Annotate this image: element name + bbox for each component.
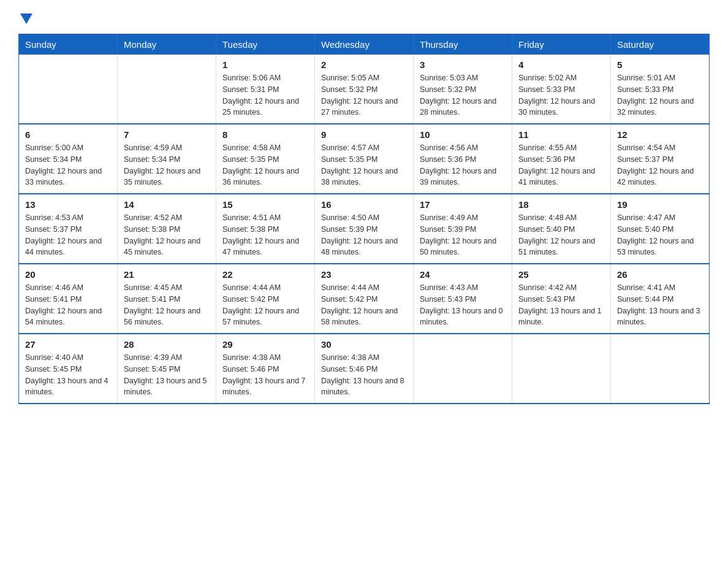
day-cell: 24Sunrise: 4:43 AMSunset: 5:43 PMDayligh… (414, 264, 512, 334)
day-number: 20 (25, 269, 111, 280)
day-number: 29 (222, 339, 308, 350)
day-cell: 27Sunrise: 4:40 AMSunset: 5:45 PMDayligh… (19, 334, 118, 404)
day-cell (512, 334, 611, 404)
day-detail: Sunrise: 5:03 AMSunset: 5:32 PMDaylight:… (420, 72, 506, 118)
week-row-4: 20Sunrise: 4:46 AMSunset: 5:41 PMDayligh… (19, 264, 710, 334)
week-row-5: 27Sunrise: 4:40 AMSunset: 5:45 PMDayligh… (19, 334, 710, 404)
day-cell: 22Sunrise: 4:44 AMSunset: 5:42 PMDayligh… (216, 264, 315, 334)
day-number: 7 (124, 129, 210, 140)
day-detail: Sunrise: 4:52 AMSunset: 5:38 PMDaylight:… (124, 212, 210, 258)
calendar-body: 1Sunrise: 5:06 AMSunset: 5:31 PMDaylight… (19, 55, 710, 404)
weekday-header-friday: Friday (512, 34, 611, 55)
day-detail: Sunrise: 5:00 AMSunset: 5:34 PMDaylight:… (25, 142, 111, 188)
day-cell (414, 334, 512, 404)
day-detail: Sunrise: 4:40 AMSunset: 5:45 PMDaylight:… (25, 352, 111, 398)
day-cell (19, 55, 118, 124)
day-cell: 18Sunrise: 4:48 AMSunset: 5:40 PMDayligh… (512, 194, 611, 264)
week-row-2: 6Sunrise: 5:00 AMSunset: 5:34 PMDaylight… (19, 124, 710, 194)
day-detail: Sunrise: 5:02 AMSunset: 5:33 PMDaylight:… (518, 72, 604, 118)
day-number: 14 (124, 199, 210, 210)
day-cell: 12Sunrise: 4:54 AMSunset: 5:37 PMDayligh… (611, 124, 710, 194)
day-number: 28 (124, 339, 210, 350)
page-header (18, 12, 710, 23)
day-cell: 23Sunrise: 4:44 AMSunset: 5:42 PMDayligh… (315, 264, 414, 334)
week-row-3: 13Sunrise: 4:53 AMSunset: 5:37 PMDayligh… (19, 194, 710, 264)
day-cell (118, 55, 216, 124)
day-number: 4 (518, 59, 604, 70)
day-number: 23 (321, 269, 407, 280)
day-detail: Sunrise: 4:46 AMSunset: 5:41 PMDaylight:… (25, 282, 111, 328)
day-cell: 3Sunrise: 5:03 AMSunset: 5:32 PMDaylight… (414, 55, 512, 124)
day-cell: 9Sunrise: 4:57 AMSunset: 5:35 PMDaylight… (315, 124, 414, 194)
day-detail: Sunrise: 4:38 AMSunset: 5:46 PMDaylight:… (321, 352, 407, 398)
day-number: 9 (321, 129, 407, 140)
day-cell: 7Sunrise: 4:59 AMSunset: 5:34 PMDaylight… (118, 124, 216, 194)
day-number: 21 (124, 269, 210, 280)
day-detail: Sunrise: 4:45 AMSunset: 5:41 PMDaylight:… (124, 282, 210, 328)
day-number: 1 (222, 59, 308, 70)
day-cell: 17Sunrise: 4:49 AMSunset: 5:39 PMDayligh… (414, 194, 512, 264)
day-cell: 21Sunrise: 4:45 AMSunset: 5:41 PMDayligh… (118, 264, 216, 334)
day-cell: 1Sunrise: 5:06 AMSunset: 5:31 PMDaylight… (216, 55, 315, 124)
day-detail: Sunrise: 4:38 AMSunset: 5:46 PMDaylight:… (222, 352, 308, 398)
day-detail: Sunrise: 4:51 AMSunset: 5:38 PMDaylight:… (222, 212, 308, 258)
day-cell: 19Sunrise: 4:47 AMSunset: 5:40 PMDayligh… (611, 194, 710, 264)
day-cell: 6Sunrise: 5:00 AMSunset: 5:34 PMDaylight… (19, 124, 118, 194)
day-cell: 20Sunrise: 4:46 AMSunset: 5:41 PMDayligh… (19, 264, 118, 334)
day-number: 15 (222, 199, 308, 210)
day-cell: 5Sunrise: 5:01 AMSunset: 5:33 PMDaylight… (611, 55, 710, 124)
day-cell: 14Sunrise: 4:52 AMSunset: 5:38 PMDayligh… (118, 194, 216, 264)
day-cell: 2Sunrise: 5:05 AMSunset: 5:32 PMDaylight… (315, 55, 414, 124)
weekday-header-thursday: Thursday (414, 34, 512, 55)
logo-triangle-icon (20, 13, 32, 24)
day-detail: Sunrise: 4:56 AMSunset: 5:36 PMDaylight:… (420, 142, 506, 188)
day-cell: 26Sunrise: 4:41 AMSunset: 5:44 PMDayligh… (611, 264, 710, 334)
day-detail: Sunrise: 4:55 AMSunset: 5:36 PMDaylight:… (518, 142, 604, 188)
week-row-1: 1Sunrise: 5:06 AMSunset: 5:31 PMDaylight… (19, 55, 710, 124)
day-number: 17 (420, 199, 506, 210)
weekday-header-row: SundayMondayTuesdayWednesdayThursdayFrid… (19, 34, 710, 55)
day-number: 5 (617, 59, 703, 70)
day-number: 24 (420, 269, 506, 280)
day-detail: Sunrise: 4:43 AMSunset: 5:43 PMDaylight:… (420, 282, 506, 328)
weekday-header-sunday: Sunday (19, 34, 118, 55)
day-number: 26 (617, 269, 703, 280)
day-cell: 16Sunrise: 4:50 AMSunset: 5:39 PMDayligh… (315, 194, 414, 264)
day-number: 3 (420, 59, 506, 70)
day-detail: Sunrise: 4:42 AMSunset: 5:43 PMDaylight:… (518, 282, 604, 328)
day-detail: Sunrise: 4:54 AMSunset: 5:37 PMDaylight:… (617, 142, 703, 188)
logo (18, 12, 32, 23)
day-cell (611, 334, 710, 404)
day-number: 10 (420, 129, 506, 140)
day-cell: 8Sunrise: 4:58 AMSunset: 5:35 PMDaylight… (216, 124, 315, 194)
calendar-table: SundayMondayTuesdayWednesdayThursdayFrid… (18, 34, 710, 404)
day-cell: 4Sunrise: 5:02 AMSunset: 5:33 PMDaylight… (512, 55, 611, 124)
day-number: 22 (222, 269, 308, 280)
day-cell: 30Sunrise: 4:38 AMSunset: 5:46 PMDayligh… (315, 334, 414, 404)
day-detail: Sunrise: 4:49 AMSunset: 5:39 PMDaylight:… (420, 212, 506, 258)
day-number: 11 (518, 129, 604, 140)
day-detail: Sunrise: 4:53 AMSunset: 5:37 PMDaylight:… (25, 212, 111, 258)
day-detail: Sunrise: 4:47 AMSunset: 5:40 PMDaylight:… (617, 212, 703, 258)
weekday-header-wednesday: Wednesday (315, 34, 414, 55)
calendar-header: SundayMondayTuesdayWednesdayThursdayFrid… (19, 34, 710, 55)
day-cell: 13Sunrise: 4:53 AMSunset: 5:37 PMDayligh… (19, 194, 118, 264)
day-cell: 28Sunrise: 4:39 AMSunset: 5:45 PMDayligh… (118, 334, 216, 404)
day-detail: Sunrise: 5:01 AMSunset: 5:33 PMDaylight:… (617, 72, 703, 118)
day-detail: Sunrise: 4:59 AMSunset: 5:34 PMDaylight:… (124, 142, 210, 188)
day-detail: Sunrise: 4:39 AMSunset: 5:45 PMDaylight:… (124, 352, 210, 398)
day-number: 2 (321, 59, 407, 70)
day-detail: Sunrise: 4:44 AMSunset: 5:42 PMDaylight:… (222, 282, 308, 328)
day-detail: Sunrise: 4:41 AMSunset: 5:44 PMDaylight:… (617, 282, 703, 328)
day-number: 12 (617, 129, 703, 140)
day-number: 8 (222, 129, 308, 140)
day-number: 27 (25, 339, 111, 350)
day-detail: Sunrise: 4:44 AMSunset: 5:42 PMDaylight:… (321, 282, 407, 328)
day-number: 6 (25, 129, 111, 140)
day-number: 16 (321, 199, 407, 210)
day-number: 19 (617, 199, 703, 210)
weekday-header-monday: Monday (118, 34, 216, 55)
day-detail: Sunrise: 5:06 AMSunset: 5:31 PMDaylight:… (222, 72, 308, 118)
weekday-header-saturday: Saturday (611, 34, 710, 55)
day-detail: Sunrise: 4:57 AMSunset: 5:35 PMDaylight:… (321, 142, 407, 188)
